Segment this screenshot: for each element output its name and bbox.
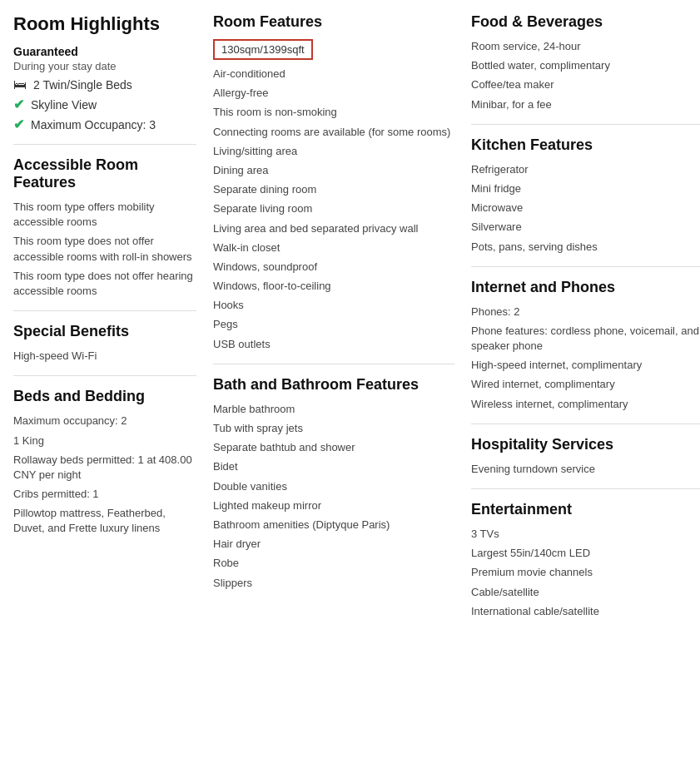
divider-col3-2 [471,266,700,267]
rf-item-9: Walk-in closet [213,240,454,255]
divider-col2-1 [213,364,454,364]
rf-item-3: Connecting rooms are available (for some… [213,125,454,140]
section-accessible: Accessible Room Features This room type … [13,156,196,299]
bath-item-1: Tub with spray jets [213,421,454,436]
col-room-features: Room Features 130sqm/1399sqft Air-condit… [213,13,454,623]
bath-item-5: Lighted makeup mirror [213,498,454,513]
rf-item-14: USB outlets [213,337,454,352]
bath-item-7: Hair dryer [213,537,454,552]
bath-item-3: Bidet [213,459,454,474]
guaranteed-subtext: During your stay date [13,60,196,72]
guaranteed-label: Guaranteed [13,45,196,58]
beds-item-3: Cribs permitted: 1 [13,487,196,502]
page-title: Room Highlights [13,13,196,35]
rf-item-5: Dining area [213,163,454,178]
room-features-title: Room Features [213,13,454,31]
section-entertainment: Entertainment 3 TVs Largest 55in/140cm L… [471,501,700,619]
skyline-row: ✔ Skyline View [13,97,196,112]
accessible-title: Accessible Room Features [13,156,196,191]
internet-item-4: Wireless internet, complimentary [471,397,700,412]
internet-item-1: Phone features: cordless phone, voicemai… [471,324,700,354]
special-benefits-title: Special Benefits [13,323,196,340]
food-item-0: Room service, 24-hour [471,39,700,54]
beds-item-2: Rollaway beds permitted: 1 at 408.00 CNY… [13,453,196,483]
divider-col3-4 [471,488,700,489]
rf-item-0: Air-conditioned [213,67,454,82]
entertainment-item-3: Cable/satellite [471,585,700,600]
section-food: Food & Beverages Room service, 24-hour B… [471,13,700,112]
beds-item-4: Pillowtop mattress, Featherbed, Duvet, a… [13,506,196,536]
check-icon-2: ✔ [13,116,24,132]
entertainment-item-2: Premium movie channels [471,565,700,580]
accessible-item-1: This room type does not offer accessible… [13,234,196,264]
hospitality-item-0: Evening turndown service [471,462,700,477]
section-bath: Bath and Bathroom Features Marble bathro… [213,376,454,591]
main-layout: Room Highlights Guaranteed During your s… [13,13,687,623]
food-item-3: Minibar, for a fee [471,97,700,112]
internet-title: Internet and Phones [471,279,700,296]
bath-item-8: Robe [213,556,454,571]
rf-item-6: Separate dining room [213,182,454,197]
section-hospitality: Hospitality Services Evening turndown se… [471,436,700,477]
divider-col3-3 [471,424,700,424]
food-title: Food & Beverages [471,13,700,31]
rf-item-7: Separate living room [213,201,454,216]
food-item-1: Bottled water, complimentary [471,58,700,73]
bath-title: Bath and Bathroom Features [213,376,454,394]
kitchen-item-0: Refrigerator [471,162,700,177]
bath-item-6: Bathroom amenities (Diptyque Paris) [213,518,454,533]
section-beds-bedding: Beds and Bedding Maximum occupancy: 2 1 … [13,388,196,536]
bath-item-2: Separate bathtub and shower [213,440,454,455]
beds-item-1: 1 King [13,433,196,448]
internet-item-0: Phones: 2 [471,305,700,320]
occupancy-text: Maximum Occupancy: 3 [31,118,156,131]
bath-item-0: Marble bathroom [213,402,454,417]
bed-text: 2 Twin/Single Beds [33,78,132,92]
occupancy-row: ✔ Maximum Occupancy: 3 [13,116,196,132]
hospitality-title: Hospitality Services [471,436,700,453]
section-guaranteed: Guaranteed During your stay date 🛏 2 Twi… [13,45,196,132]
bed-icon: 🛏 [13,77,27,92]
bath-item-4: Double vanities [213,479,454,494]
divider-1 [13,144,196,145]
section-special-benefits: Special Benefits High-speed Wi-Fi [13,323,196,364]
divider-col3-1 [471,124,700,125]
section-kitchen: Kitchen Features Refrigerator Mini fridg… [471,136,700,255]
kitchen-item-4: Pots, pans, serving dishes [471,240,700,255]
kitchen-item-1: Mini fridge [471,181,700,196]
col-room-highlights: Room Highlights Guaranteed During your s… [13,13,196,623]
internet-item-3: Wired internet, complimentary [471,377,700,392]
kitchen-item-2: Microwave [471,201,700,216]
rf-item-10: Windows, soundproof [213,260,454,275]
section-room-features: Room Features 130sqm/1399sqft Air-condit… [213,13,454,352]
entertainment-title: Entertainment [471,501,700,518]
divider-3 [13,375,196,376]
rf-item-2: This room is non-smoking [213,105,454,120]
section-internet: Internet and Phones Phones: 2 Phone feat… [471,279,700,412]
rf-item-8: Living area and bed separated privacy wa… [213,221,454,236]
special-benefits-item-0: High-speed Wi-Fi [13,349,196,364]
kitchen-item-3: Silverware [471,220,700,235]
entertainment-item-4: International cable/satellite [471,604,700,619]
rf-item-13: Pegs [213,317,454,332]
rf-item-1: Allergy-free [213,86,454,101]
skyline-text: Skyline View [31,98,97,111]
accessible-item-2: This room type does not offer hearing ac… [13,269,196,299]
food-item-2: Coffee/tea maker [471,77,700,92]
bath-item-9: Slippers [213,576,454,591]
entertainment-item-0: 3 TVs [471,527,700,542]
rf-item-11: Windows, floor-to-ceiling [213,279,454,294]
kitchen-title: Kitchen Features [471,136,700,154]
divider-2 [13,310,196,311]
col-food-more: Food & Beverages Room service, 24-hour B… [471,13,700,623]
bed-row: 🛏 2 Twin/Single Beds [13,77,196,92]
accessible-item-0: This room type offers mobility accessibl… [13,200,196,230]
entertainment-item-1: Largest 55in/140cm LED [471,546,700,561]
rf-item-4: Living/sitting area [213,144,454,159]
rf-item-12: Hooks [213,298,454,313]
beds-item-0: Maximum occupancy: 2 [13,414,196,429]
check-icon-1: ✔ [13,97,24,112]
beds-bedding-title: Beds and Bedding [13,388,196,405]
room-size-box: 130sqm/1399sqft [213,39,313,60]
internet-item-2: High-speed internet, complimentary [471,358,700,373]
